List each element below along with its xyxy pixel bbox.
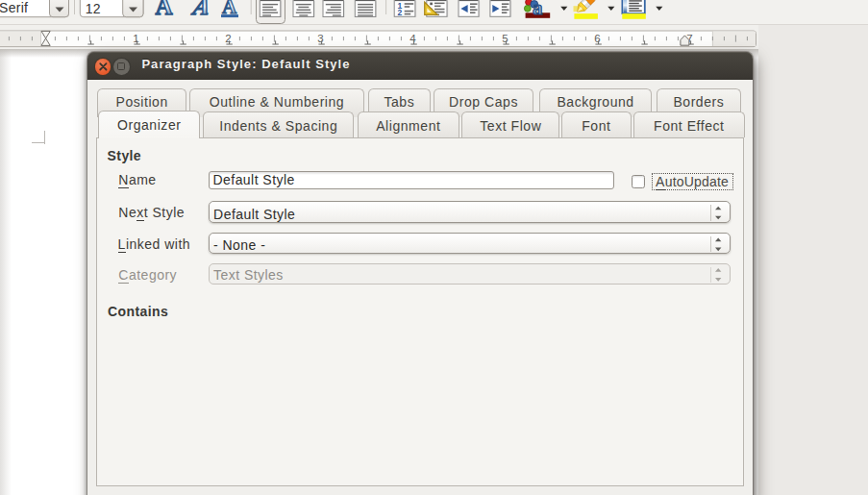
svg-text:Serif: Serif bbox=[0, 0, 28, 15]
svg-text:3: 3 bbox=[317, 33, 323, 44]
svg-text:2: 2 bbox=[225, 33, 231, 44]
svg-text:5: 5 bbox=[502, 33, 508, 44]
svg-text:A: A bbox=[189, 0, 215, 19]
svg-text:12: 12 bbox=[86, 1, 101, 16]
svg-text:A: A bbox=[156, 0, 173, 19]
svg-text:a: a bbox=[533, 0, 543, 19]
svg-text:4: 4 bbox=[409, 33, 416, 44]
svg-text:2: 2 bbox=[397, 8, 402, 17]
svg-text:1: 1 bbox=[133, 33, 138, 44]
svg-text:6: 6 bbox=[594, 33, 600, 44]
